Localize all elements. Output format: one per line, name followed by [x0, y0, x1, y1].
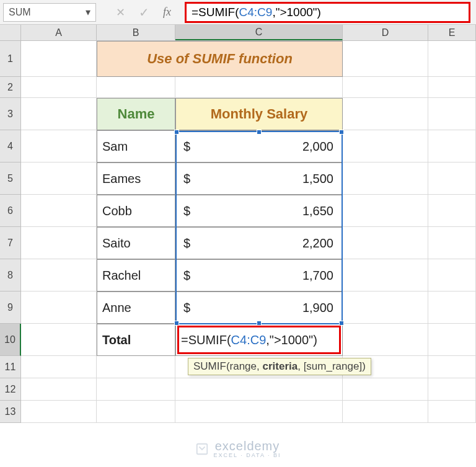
cell[interactable] — [428, 356, 476, 378]
cell[interactable] — [343, 378, 428, 401]
cell[interactable] — [428, 162, 476, 195]
cancel-icon[interactable]: ✕ — [116, 6, 125, 19]
cell[interactable] — [21, 259, 97, 291]
name-cell[interactable]: Cobb — [97, 195, 175, 227]
name-cell[interactable]: Saito — [97, 227, 175, 259]
salary-value: 1,500 — [302, 172, 333, 186]
cell[interactable] — [343, 162, 428, 195]
cell[interactable] — [343, 291, 428, 324]
cell[interactable] — [21, 162, 97, 195]
cell[interactable] — [428, 77, 476, 98]
table-row: 9 Anne $1,900 — [0, 291, 476, 324]
watermark-tagline: EXCEL · DATA · BI — [214, 452, 281, 458]
cell[interactable] — [343, 130, 428, 162]
cell[interactable] — [97, 401, 175, 423]
row-2: 2 — [0, 77, 476, 98]
salary-cell[interactable]: $1,700 — [175, 259, 343, 291]
cell[interactable] — [343, 259, 428, 291]
column-header-d[interactable]: D — [343, 25, 428, 40]
cell[interactable] — [343, 41, 428, 77]
fx-icon[interactable]: fx — [163, 6, 171, 19]
cell[interactable] — [175, 378, 343, 401]
cell[interactable] — [21, 378, 97, 401]
row-header[interactable]: 9 — [0, 291, 21, 324]
cell[interactable] — [175, 77, 343, 98]
column-header-e[interactable]: E — [428, 25, 476, 40]
name-cell[interactable]: Rachel — [97, 259, 175, 291]
cell[interactable] — [428, 130, 476, 162]
cell[interactable] — [343, 77, 428, 98]
name-cell[interactable]: Anne — [97, 291, 175, 324]
cell[interactable] — [343, 195, 428, 227]
row-header[interactable]: 10 — [0, 324, 21, 356]
table-header-name[interactable]: Name — [97, 98, 175, 130]
table-row: 7 Saito $2,200 — [0, 227, 476, 259]
name-box[interactable]: SUM ▾ — [3, 3, 96, 22]
cell[interactable] — [21, 77, 97, 98]
total-formula-cell[interactable]: =SUMIF(C4:C9,">1000") — [175, 324, 343, 356]
cell[interactable] — [428, 259, 476, 291]
column-header-b[interactable]: B — [97, 25, 175, 40]
row-12: 12 — [0, 378, 476, 401]
row-header[interactable]: 8 — [0, 259, 21, 291]
row-header[interactable]: 13 — [0, 401, 21, 423]
cell[interactable] — [21, 98, 97, 130]
cell[interactable] — [97, 77, 175, 98]
cell[interactable] — [97, 378, 175, 401]
cell[interactable] — [343, 98, 428, 130]
title-cell[interactable]: Use of SUMIF function — [97, 41, 343, 77]
salary-cell[interactable]: $2,200 — [175, 227, 343, 259]
salary-cell[interactable]: $1,900 — [175, 291, 343, 324]
cell[interactable] — [428, 291, 476, 324]
salary-value: 1,900 — [302, 301, 333, 315]
tooltip-after: , [sum_range]) — [298, 360, 366, 372]
cell[interactable] — [21, 291, 97, 324]
select-all-corner[interactable] — [0, 25, 21, 40]
cell[interactable] — [343, 324, 428, 356]
table-row: 6 Cobb $1,650 — [0, 195, 476, 227]
total-label-cell[interactable]: Total — [97, 324, 175, 356]
cell[interactable] — [21, 41, 97, 77]
cell[interactable] — [21, 401, 97, 423]
formula-input[interactable]: =SUMIF(C4:C9,">1000") — [185, 2, 470, 23]
row-header[interactable]: 1 — [0, 41, 21, 77]
row-13: 13 — [0, 401, 476, 423]
row-header[interactable]: 6 — [0, 195, 21, 227]
cell[interactable] — [428, 98, 476, 130]
column-header-c[interactable]: C — [175, 25, 343, 40]
salary-cell[interactable]: $2,000 — [175, 130, 343, 162]
row-header[interactable]: 11 — [0, 356, 21, 378]
salary-cell[interactable]: $1,650 — [175, 195, 343, 227]
salary-cell[interactable]: $1,500 — [175, 162, 343, 195]
row-header[interactable]: 3 — [0, 98, 21, 130]
cell[interactable] — [343, 401, 428, 423]
cell[interactable] — [428, 41, 476, 77]
cell[interactable] — [21, 130, 97, 162]
cell[interactable] — [21, 195, 97, 227]
row-header[interactable]: 2 — [0, 77, 21, 98]
cell[interactable] — [428, 195, 476, 227]
cell[interactable] — [428, 378, 476, 401]
name-cell[interactable]: Eames — [97, 162, 175, 195]
cell[interactable] — [343, 227, 428, 259]
cell[interactable] — [428, 227, 476, 259]
currency-symbol: $ — [183, 204, 190, 218]
name-cell[interactable]: Sam — [97, 130, 175, 162]
chevron-down-icon[interactable]: ▾ — [86, 6, 90, 18]
cell[interactable] — [21, 356, 97, 378]
table-row: 8 Rachel $1,700 — [0, 259, 476, 291]
cell[interactable] — [428, 401, 476, 423]
row-header[interactable]: 4 — [0, 130, 21, 162]
cell[interactable] — [175, 401, 343, 423]
cell[interactable] — [21, 324, 97, 356]
table-header-salary[interactable]: Monthly Salary — [175, 98, 343, 130]
row-header[interactable]: 12 — [0, 378, 21, 401]
row-header[interactable]: 7 — [0, 227, 21, 259]
accept-icon[interactable]: ✓ — [139, 5, 149, 20]
column-header-a[interactable]: A — [21, 25, 97, 40]
cell[interactable] — [97, 356, 175, 378]
watermark-brand: exceldemy — [215, 439, 280, 453]
cell[interactable] — [428, 324, 476, 356]
row-header[interactable]: 5 — [0, 162, 21, 195]
cell[interactable] — [21, 227, 97, 259]
